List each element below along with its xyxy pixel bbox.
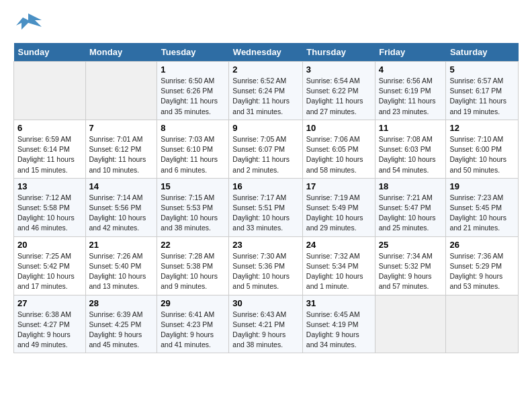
day-detail: Sunrise: 7:23 AM Sunset: 5:45 PM Dayligh…	[449, 193, 515, 234]
calendar-cell: 1Sunrise: 6:50 AM Sunset: 6:26 PM Daylig…	[157, 62, 229, 120]
day-number: 17	[306, 181, 371, 191]
day-header-saturday: Saturday	[446, 43, 519, 62]
day-number: 8	[161, 123, 225, 133]
calendar-cell: 20Sunrise: 7:25 AM Sunset: 5:42 PM Dayli…	[14, 236, 86, 295]
calendar-cell: 24Sunrise: 7:32 AM Sunset: 5:34 PM Dayli…	[302, 236, 375, 295]
day-number: 7	[89, 123, 154, 133]
day-number: 12	[449, 123, 515, 133]
week-row-3: 13Sunrise: 7:12 AM Sunset: 5:58 PM Dayli…	[14, 178, 519, 236]
calendar-cell: 28Sunrise: 6:39 AM Sunset: 4:25 PM Dayli…	[85, 295, 157, 353]
calendar-cell: 14Sunrise: 7:14 AM Sunset: 5:56 PM Dayli…	[85, 178, 157, 236]
week-row-5: 27Sunrise: 6:38 AM Sunset: 4:27 PM Dayli…	[14, 295, 519, 353]
day-detail: Sunrise: 7:14 AM Sunset: 5:56 PM Dayligh…	[89, 193, 154, 234]
page: SundayMondayTuesdayWednesdayThursdayFrid…	[0, 0, 532, 360]
calendar-cell: 11Sunrise: 7:08 AM Sunset: 6:03 PM Dayli…	[375, 120, 446, 178]
logo-bird-icon	[16, 11, 42, 36]
day-number: 28	[89, 298, 154, 308]
day-header-tuesday: Tuesday	[157, 43, 229, 62]
logo	[13, 11, 42, 36]
header-row: SundayMondayTuesdayWednesdayThursdayFrid…	[14, 43, 519, 62]
calendar-cell: 23Sunrise: 7:30 AM Sunset: 5:36 PM Dayli…	[229, 236, 303, 295]
calendar-cell: 16Sunrise: 7:17 AM Sunset: 5:51 PM Dayli…	[229, 178, 303, 236]
day-detail: Sunrise: 7:32 AM Sunset: 5:34 PM Dayligh…	[306, 251, 371, 292]
calendar-cell: 15Sunrise: 7:15 AM Sunset: 5:53 PM Dayli…	[157, 178, 229, 236]
day-detail: Sunrise: 7:12 AM Sunset: 5:58 PM Dayligh…	[17, 193, 82, 234]
week-row-1: 1Sunrise: 6:50 AM Sunset: 6:26 PM Daylig…	[14, 62, 519, 120]
calendar-cell: 9Sunrise: 7:05 AM Sunset: 6:07 PM Daylig…	[229, 120, 303, 178]
day-detail: Sunrise: 7:28 AM Sunset: 5:38 PM Dayligh…	[161, 251, 225, 292]
day-header-thursday: Thursday	[302, 43, 375, 62]
day-number: 19	[449, 181, 515, 191]
day-detail: Sunrise: 6:59 AM Sunset: 6:14 PM Dayligh…	[17, 134, 82, 175]
day-number: 3	[306, 64, 371, 75]
day-detail: Sunrise: 7:03 AM Sunset: 6:10 PM Dayligh…	[161, 134, 225, 175]
calendar-cell: 10Sunrise: 7:06 AM Sunset: 6:05 PM Dayli…	[302, 120, 375, 178]
calendar-cell: 19Sunrise: 7:23 AM Sunset: 5:45 PM Dayli…	[446, 178, 519, 236]
day-number: 2	[232, 64, 299, 75]
day-detail: Sunrise: 7:34 AM Sunset: 5:32 PM Dayligh…	[379, 251, 443, 292]
day-number: 1	[161, 64, 225, 75]
calendar-cell	[14, 62, 86, 120]
calendar-cell: 3Sunrise: 6:54 AM Sunset: 6:22 PM Daylig…	[302, 62, 375, 120]
calendar-cell: 5Sunrise: 6:57 AM Sunset: 6:17 PM Daylig…	[446, 62, 519, 120]
calendar-cell: 4Sunrise: 6:56 AM Sunset: 6:19 PM Daylig…	[375, 62, 446, 120]
day-number: 30	[232, 298, 299, 308]
day-detail: Sunrise: 6:52 AM Sunset: 6:24 PM Dayligh…	[232, 76, 299, 117]
calendar-cell: 30Sunrise: 6:43 AM Sunset: 4:21 PM Dayli…	[229, 295, 303, 353]
calendar-cell: 18Sunrise: 7:21 AM Sunset: 5:47 PM Dayli…	[375, 178, 446, 236]
calendar-cell: 13Sunrise: 7:12 AM Sunset: 5:58 PM Dayli…	[14, 178, 86, 236]
day-number: 25	[379, 240, 443, 250]
calendar-cell: 22Sunrise: 7:28 AM Sunset: 5:38 PM Dayli…	[157, 236, 229, 295]
day-detail: Sunrise: 7:21 AM Sunset: 5:47 PM Dayligh…	[379, 193, 443, 234]
day-number: 11	[379, 123, 443, 133]
calendar-cell: 31Sunrise: 6:45 AM Sunset: 4:19 PM Dayli…	[302, 295, 375, 353]
calendar-cell: 21Sunrise: 7:26 AM Sunset: 5:40 PM Dayli…	[85, 236, 157, 295]
day-number: 29	[161, 298, 225, 308]
day-number: 4	[379, 64, 443, 75]
day-number: 31	[306, 298, 371, 308]
day-number: 26	[449, 240, 515, 250]
calendar-cell: 26Sunrise: 7:36 AM Sunset: 5:29 PM Dayli…	[446, 236, 519, 295]
day-detail: Sunrise: 7:17 AM Sunset: 5:51 PM Dayligh…	[232, 193, 299, 234]
calendar-cell: 29Sunrise: 6:41 AM Sunset: 4:23 PM Dayli…	[157, 295, 229, 353]
day-detail: Sunrise: 7:25 AM Sunset: 5:42 PM Dayligh…	[17, 251, 82, 292]
calendar-cell: 6Sunrise: 6:59 AM Sunset: 6:14 PM Daylig…	[14, 120, 86, 178]
day-detail: Sunrise: 6:56 AM Sunset: 6:19 PM Dayligh…	[379, 76, 443, 117]
day-header-friday: Friday	[375, 43, 446, 62]
day-detail: Sunrise: 6:45 AM Sunset: 4:19 PM Dayligh…	[306, 310, 371, 351]
day-detail: Sunrise: 6:54 AM Sunset: 6:22 PM Dayligh…	[306, 76, 371, 117]
day-number: 14	[89, 181, 154, 191]
day-detail: Sunrise: 7:10 AM Sunset: 6:00 PM Dayligh…	[449, 134, 515, 175]
day-number: 5	[449, 64, 515, 75]
calendar-cell: 25Sunrise: 7:34 AM Sunset: 5:32 PM Dayli…	[375, 236, 446, 295]
day-number: 23	[232, 240, 299, 250]
calendar-cell: 17Sunrise: 7:19 AM Sunset: 5:49 PM Dayli…	[302, 178, 375, 236]
day-number: 20	[17, 240, 82, 250]
day-detail: Sunrise: 7:30 AM Sunset: 5:36 PM Dayligh…	[232, 251, 299, 292]
week-row-4: 20Sunrise: 7:25 AM Sunset: 5:42 PM Dayli…	[14, 236, 519, 295]
calendar-cell: 8Sunrise: 7:03 AM Sunset: 6:10 PM Daylig…	[157, 120, 229, 178]
svg-marker-0	[16, 13, 42, 30]
day-detail: Sunrise: 6:43 AM Sunset: 4:21 PM Dayligh…	[232, 310, 299, 351]
day-detail: Sunrise: 7:15 AM Sunset: 5:53 PM Dayligh…	[161, 193, 225, 234]
day-number: 24	[306, 240, 371, 250]
day-detail: Sunrise: 7:36 AM Sunset: 5:29 PM Dayligh…	[449, 251, 515, 292]
day-detail: Sunrise: 7:08 AM Sunset: 6:03 PM Dayligh…	[379, 134, 443, 175]
day-number: 9	[232, 123, 299, 133]
day-detail: Sunrise: 7:19 AM Sunset: 5:49 PM Dayligh…	[306, 193, 371, 234]
day-detail: Sunrise: 7:26 AM Sunset: 5:40 PM Dayligh…	[89, 251, 154, 292]
day-number: 13	[17, 181, 82, 191]
day-number: 27	[17, 298, 82, 308]
day-number: 6	[17, 123, 82, 133]
calendar-cell	[85, 62, 157, 120]
day-number: 16	[232, 181, 299, 191]
day-detail: Sunrise: 6:57 AM Sunset: 6:17 PM Dayligh…	[449, 76, 515, 117]
header	[13, 11, 519, 36]
day-detail: Sunrise: 6:50 AM Sunset: 6:26 PM Dayligh…	[161, 76, 225, 117]
day-number: 15	[161, 181, 225, 191]
day-number: 21	[89, 240, 154, 250]
day-detail: Sunrise: 6:38 AM Sunset: 4:27 PM Dayligh…	[17, 310, 82, 351]
calendar-cell: 7Sunrise: 7:01 AM Sunset: 6:12 PM Daylig…	[85, 120, 157, 178]
week-row-2: 6Sunrise: 6:59 AM Sunset: 6:14 PM Daylig…	[14, 120, 519, 178]
day-number: 22	[161, 240, 225, 250]
